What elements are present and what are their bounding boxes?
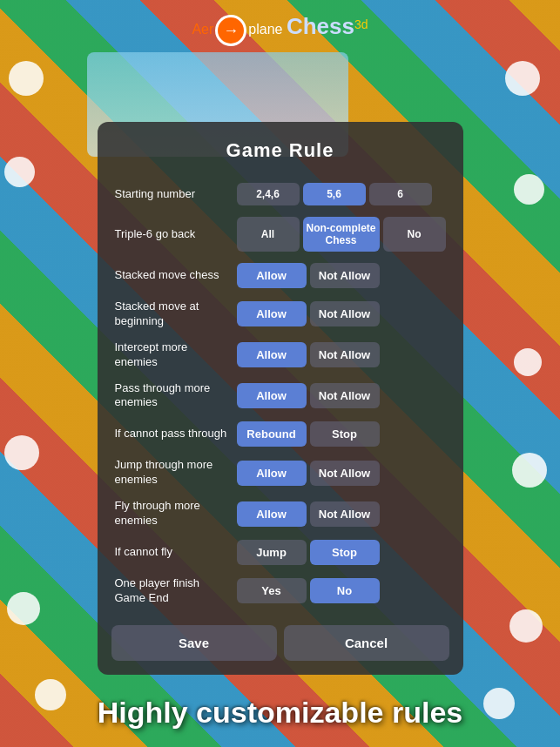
btn-group-one-player-finish: YesNo xyxy=(237,578,446,603)
table-row: If cannot flyJumpStop xyxy=(111,535,449,569)
table-row: Intercept more enemiesAllowNot Allow xyxy=(111,336,449,374)
rule-label-starting-number: Starting number xyxy=(111,178,233,210)
btn-group-fly-through-more-enemies: AllowNot Allow xyxy=(237,501,446,527)
modal-footer: Save Cancel xyxy=(111,625,449,661)
rule-label-cannot-pass-through: If cannot pass through xyxy=(111,417,233,451)
rule-label-jump-through-more-enemies: Jump through more enemies xyxy=(111,454,233,492)
btn-group-jump-through-more-enemies: AllowNot Allow xyxy=(237,461,446,486)
save-button[interactable]: Save xyxy=(111,625,277,661)
rule-table: Starting number2,4,65,66Triple-6 go back… xyxy=(111,176,449,613)
rule-label-triple-6-go-back: Triple-6 go back xyxy=(111,212,233,256)
btn-group-stacked-move-beginning: AllowNot Allow xyxy=(237,301,446,326)
title-aero: Aer xyxy=(192,22,213,37)
btn-one-player-finish-0[interactable]: Yes xyxy=(237,578,307,603)
btn-pass-through-more-enemies-1[interactable]: Not Allow xyxy=(310,383,380,408)
game-title: Aerplane Chess3d xyxy=(192,22,368,37)
btn-group-intercept-more-enemies: AllowNot Allow xyxy=(237,342,446,367)
title-chess: Chess xyxy=(287,13,354,39)
btn-group-cannot-pass-through: ReboundStop xyxy=(237,421,446,447)
btn-group-stacked-move-chess: AllowNot Allow xyxy=(237,263,446,288)
table-row: Stacked move chessAllowNot Allow xyxy=(111,259,449,293)
table-row: Stacked move at beginningAllowNot Allow xyxy=(111,295,449,333)
table-row: Fly through more enemiesAllowNot Allow xyxy=(111,495,449,533)
rule-label-stacked-move-beginning: Stacked move at beginning xyxy=(111,295,233,333)
btn-stacked-move-beginning-1[interactable]: Not Allow xyxy=(310,301,380,326)
game-rule-modal: Game Rule Starting number2,4,65,66Triple… xyxy=(98,122,463,675)
btn-stacked-move-chess-1[interactable]: Not Allow xyxy=(310,263,380,288)
btn-cannot-fly-1[interactable]: Stop xyxy=(310,540,380,565)
rule-label-intercept-more-enemies: Intercept more enemies xyxy=(111,336,233,374)
title-plane: plane xyxy=(248,22,282,37)
btn-intercept-more-enemies-1[interactable]: Not Allow xyxy=(310,342,380,367)
modal-title: Game Rule xyxy=(111,139,449,162)
btn-fly-through-more-enemies-1[interactable]: Not Allow xyxy=(310,501,380,527)
btn-group-pass-through-more-enemies: AllowNot Allow xyxy=(237,383,446,408)
bottom-tagline: Highly customizable rules xyxy=(0,696,560,730)
btn-triple-6-go-back-0[interactable]: All xyxy=(237,217,300,252)
btn-cannot-fly-0[interactable]: Jump xyxy=(237,540,307,565)
btn-triple-6-go-back-2[interactable]: No xyxy=(383,217,446,252)
rule-label-stacked-move-chess: Stacked move chess xyxy=(111,259,233,293)
btn-group-triple-6-go-back: AllNon-complete ChessNo xyxy=(237,217,446,252)
title-bar: Aerplane Chess3d xyxy=(0,13,560,46)
btn-group-starting-number: 2,4,65,66 xyxy=(237,183,446,205)
title-plane-icon xyxy=(215,15,246,46)
btn-group-cannot-fly: JumpStop xyxy=(237,540,446,565)
btn-stacked-move-chess-0[interactable]: Allow xyxy=(237,263,307,288)
btn-pass-through-more-enemies-0[interactable]: Allow xyxy=(237,383,307,408)
btn-cannot-pass-through-0[interactable]: Rebound xyxy=(237,421,307,447)
btn-starting-number-1[interactable]: 5,6 xyxy=(303,183,366,205)
btn-jump-through-more-enemies-1[interactable]: Not Allow xyxy=(310,461,380,486)
btn-triple-6-go-back-1[interactable]: Non-complete Chess xyxy=(303,217,380,252)
btn-starting-number-0[interactable]: 2,4,6 xyxy=(237,183,300,205)
table-row: If cannot pass throughReboundStop xyxy=(111,417,449,451)
btn-cannot-pass-through-1[interactable]: Stop xyxy=(310,421,380,447)
rule-label-one-player-finish: One player finish Game End xyxy=(111,572,233,610)
table-row: One player finish Game EndYesNo xyxy=(111,572,449,610)
rule-label-fly-through-more-enemies: Fly through more enemies xyxy=(111,495,233,533)
table-row: Starting number2,4,65,66 xyxy=(111,178,449,210)
btn-one-player-finish-1[interactable]: No xyxy=(310,578,380,603)
table-row: Pass through more enemiesAllowNot Allow xyxy=(111,377,449,415)
rule-label-pass-through-more-enemies: Pass through more enemies xyxy=(111,377,233,415)
table-row: Jump through more enemiesAllowNot Allow xyxy=(111,454,449,492)
title-3d: 3d xyxy=(354,17,368,31)
btn-fly-through-more-enemies-0[interactable]: Allow xyxy=(237,501,307,527)
btn-starting-number-2[interactable]: 6 xyxy=(369,183,432,205)
table-row: Triple-6 go backAllNon-complete ChessNo xyxy=(111,212,449,256)
btn-stacked-move-beginning-0[interactable]: Allow xyxy=(237,301,307,326)
btn-intercept-more-enemies-0[interactable]: Allow xyxy=(237,342,307,367)
rule-label-cannot-fly: If cannot fly xyxy=(111,535,233,569)
cancel-button[interactable]: Cancel xyxy=(284,625,449,661)
btn-jump-through-more-enemies-0[interactable]: Allow xyxy=(237,461,307,486)
